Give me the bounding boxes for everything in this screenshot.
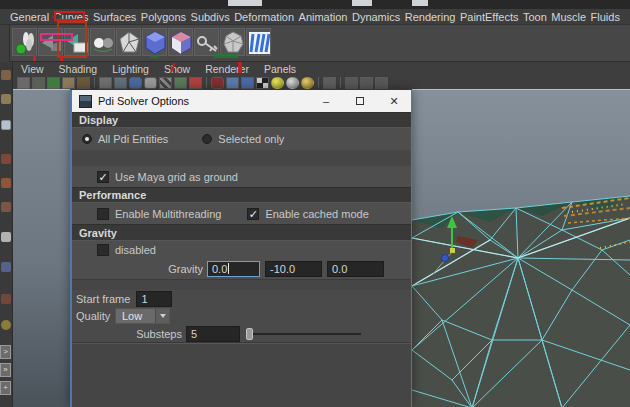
menu-surfaces[interactable]: Surfaces: [93, 11, 136, 23]
dialog-title: Pdi Solver Options: [98, 95, 309, 107]
start-frame-value: 1: [141, 293, 147, 305]
substeps-row: Substeps 5: [72, 325, 411, 342]
scale-tool-icon[interactable]: [1, 202, 11, 212]
shatter-rock-icon[interactable]: [116, 28, 141, 56]
layers-tool-icon[interactable]: [47, 77, 60, 89]
gravity-y-field[interactable]: -10.0: [265, 261, 322, 277]
minimize-button[interactable]: –: [309, 90, 343, 112]
pdi-solver-options-dialog: Pdi Solver Options – ✕ Display All Pdi E…: [70, 90, 412, 407]
menu-dynamics[interactable]: Dynamics: [352, 11, 400, 23]
enable-cached-mode-label: Enable cached mode: [265, 208, 368, 220]
render-ball-icon[interactable]: [1, 320, 11, 330]
gravity-disabled-checkbox[interactable]: [97, 244, 109, 256]
select-tool-icon[interactable]: [1, 70, 11, 80]
create-plane-arrow-icon[interactable]: [64, 28, 89, 56]
pdi-entities-radio-row: All Pdi Entities Selected only: [72, 128, 411, 150]
menu-rendering[interactable]: Rendering: [405, 11, 456, 23]
key-icon[interactable]: [194, 28, 219, 56]
ghost-plane-arrow-icon[interactable]: [38, 28, 63, 56]
default-material-sphere-icon[interactable]: [271, 77, 284, 89]
start-frame-field[interactable]: 1: [136, 291, 172, 307]
shelf-tab-column[interactable]: [0, 25, 10, 62]
rotate-tool-icon[interactable]: [1, 178, 11, 188]
soft-body-cube-icon[interactable]: [168, 28, 193, 56]
menu-deformation[interactable]: Deformation: [234, 11, 294, 23]
menu-general[interactable]: General: [10, 11, 49, 23]
viewport-toolbar: [13, 76, 630, 89]
xray-mode-icon[interactable]: [211, 77, 224, 89]
textured-mode-icon[interactable]: [144, 77, 157, 89]
texture-view-icon[interactable]: [189, 77, 202, 89]
enable-multithreading-checkbox[interactable]: [97, 208, 109, 220]
menu-subdivs[interactable]: Subdivs: [191, 11, 230, 23]
menu-fluids[interactable]: Fluids: [591, 11, 620, 23]
chevron-down-icon: [160, 314, 166, 318]
zoom-tool-icon[interactable]: [77, 77, 90, 89]
all-pdi-entities-radio[interactable]: [82, 134, 92, 144]
dialog-title-bar[interactable]: Pdi Solver Options – ✕: [72, 90, 411, 112]
dialog-divider: [72, 342, 411, 344]
selected-only-radio[interactable]: [202, 134, 212, 144]
viewport-left-sliver[interactable]: [13, 89, 70, 407]
gravity-z-field[interactable]: 0.0: [327, 261, 384, 277]
isolate-cube-icon[interactable]: [241, 77, 254, 89]
enable-cached-mode-checkbox[interactable]: ✓: [247, 208, 259, 220]
panel-menu-view[interactable]: View: [21, 63, 44, 75]
panel-menu-lighting[interactable]: Lighting: [112, 63, 149, 75]
menu-polygons[interactable]: Polygons: [141, 11, 186, 23]
shaded-mode-icon[interactable]: [129, 77, 142, 89]
node-graph-icon[interactable]: [375, 77, 388, 89]
gravity-x-field[interactable]: 0.0: [207, 261, 260, 277]
highlight-sphere-icon[interactable]: [301, 77, 314, 89]
select-cursor-icon[interactable]: [323, 77, 336, 89]
panel-menu-shading[interactable]: Shading: [59, 63, 98, 75]
history-tool-icon[interactable]: [1, 294, 11, 304]
menu-animation[interactable]: Animation: [299, 11, 348, 23]
film-gate-icon[interactable]: [256, 77, 269, 89]
paint-select-tool-icon[interactable]: [1, 120, 11, 130]
menu-curves[interactable]: Curves: [54, 11, 89, 23]
menu-painteffects[interactable]: PaintEffects: [460, 11, 519, 23]
use-maya-grid-checkbox[interactable]: ✓: [97, 171, 109, 183]
gravity-field-label: Gravity: [72, 263, 203, 275]
grease-pencil-icon[interactable]: [62, 77, 75, 89]
panel-menu-panels[interactable]: Panels: [264, 63, 296, 75]
menu-muscle[interactable]: Muscle: [551, 11, 586, 23]
panel-menu-show[interactable]: Show: [164, 63, 190, 75]
viewport-3d[interactable]: [412, 89, 630, 407]
move-tool-icon[interactable]: [1, 154, 11, 164]
menu-toon[interactable]: Toon: [523, 11, 547, 23]
flat-shade-mode-icon[interactable]: [114, 77, 127, 89]
bowling-pins-icon[interactable]: [12, 28, 37, 56]
last-tool-icon[interactable]: [1, 262, 11, 272]
substeps-slider-handle[interactable]: [246, 328, 253, 340]
fluid-stripes-icon[interactable]: [246, 28, 271, 56]
close-button[interactable]: ✕: [377, 90, 411, 112]
layout-shortcut-button-1[interactable]: >: [0, 345, 11, 359]
checker-mode-icon[interactable]: [159, 77, 172, 89]
maximize-button[interactable]: [343, 90, 377, 112]
bookmark-tool-icon[interactable]: [32, 77, 45, 89]
wireframe-mode-icon[interactable]: [99, 77, 112, 89]
substeps-slider-track[interactable]: [253, 333, 361, 335]
layout-view-icon[interactable]: [360, 77, 373, 89]
dropdown-arrow-box: [155, 309, 169, 323]
shaded-sphere-icon[interactable]: [286, 77, 299, 89]
light-mode-icon[interactable]: [174, 77, 187, 89]
partial-tab: [352, 0, 372, 6]
rigid-cube-icon[interactable]: [142, 28, 167, 56]
quality-dropdown[interactable]: Low: [115, 308, 170, 324]
camera-tool-icon[interactable]: [17, 77, 30, 89]
lasso-tool-icon[interactable]: [1, 94, 11, 104]
cube-view-icon[interactable]: [345, 77, 358, 89]
emitter-circles-icon[interactable]: [90, 28, 115, 56]
maya-application-window: General Curves Surfaces Polygons Subdivs…: [0, 0, 630, 407]
layout-shortcut-button-3[interactable]: +: [0, 381, 11, 395]
manipulator-tool-icon[interactable]: [1, 232, 11, 242]
layout-shortcut-button-2[interactable]: »: [0, 363, 11, 377]
panel-menu-renderer[interactable]: Renderer: [205, 63, 249, 75]
boulder-sphere-icon[interactable]: [220, 28, 245, 56]
backface-cube-icon[interactable]: [226, 77, 239, 89]
window-top-strip: [0, 0, 630, 9]
substeps-field[interactable]: 5: [186, 326, 240, 342]
